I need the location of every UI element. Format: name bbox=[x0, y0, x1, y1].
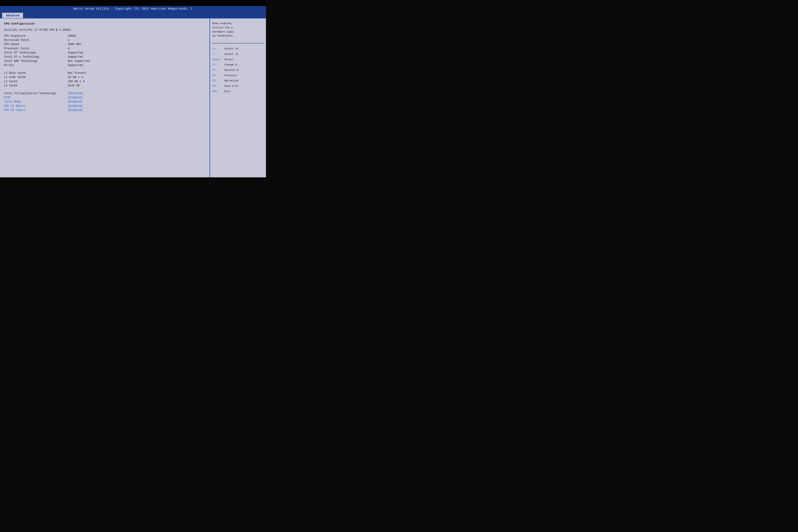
value-l3-cache: 6144 kB bbox=[68, 84, 80, 87]
info-rows: CPU Signature 40661 Microcode Patch e CP… bbox=[4, 34, 206, 67]
desc-select-screen: Select Sc bbox=[225, 46, 239, 52]
top-black-bar bbox=[0, 0, 266, 6]
right-panel: When enabled, utilize the a hardware cap… bbox=[210, 19, 266, 177]
key-row-f2: F2: Previous bbox=[212, 73, 264, 78]
label-eist: EIST bbox=[4, 96, 68, 99]
title-text: Aptio Setup Utility - Copyright (C) 2012… bbox=[73, 7, 193, 11]
label-virt-tech: Intel Virtualization Technology bbox=[4, 92, 68, 95]
key-row-enter: Enter: Select bbox=[212, 57, 264, 62]
desc-select-item: Select It bbox=[225, 52, 239, 57]
key-row-esc: ESC: Exit bbox=[212, 89, 264, 94]
main-content: CPU Configuration Intel(R) Core(TM) i7-4… bbox=[0, 19, 266, 177]
list-item[interactable]: CPU C3 Report [Enabled] bbox=[4, 104, 206, 108]
value-vtx-technology: Supported bbox=[68, 55, 83, 58]
value-cpu-signature: 40661 bbox=[68, 34, 76, 38]
menu-bar: Advanced bbox=[0, 12, 266, 19]
table-row: L2 Cache 256 kB x 4 bbox=[4, 80, 206, 83]
list-item[interactable]: EIST [Enabled] bbox=[4, 96, 206, 99]
key-arrows: ++: bbox=[212, 46, 225, 52]
label-smx-technology: Intel SMX Technology bbox=[4, 59, 68, 63]
key-row-f3: F3: Optimized bbox=[212, 78, 264, 83]
key-row-f1: F1: General H bbox=[212, 68, 264, 73]
label-ht-technology: Intel HT Technology bbox=[4, 51, 68, 54]
table-row: Intel VT-x Technology Supported bbox=[4, 55, 206, 58]
desc-f2: Previous bbox=[225, 73, 237, 78]
value-l1-code-cache: 32 kB x 4 bbox=[68, 76, 83, 79]
desc-change: Change O bbox=[225, 62, 237, 68]
help-divider bbox=[212, 43, 264, 43]
key-enter: Enter: bbox=[212, 57, 225, 62]
list-item[interactable]: Intel Virtualization Technology [Enabled… bbox=[4, 92, 206, 95]
key-f2: F2: bbox=[212, 73, 225, 78]
desc-f4: Save & Ex bbox=[225, 84, 239, 89]
value-microcode-patch: e bbox=[68, 38, 70, 42]
table-row: L1 Data Cache Not Present bbox=[4, 71, 206, 75]
table-row: Processor Cores 4 bbox=[4, 47, 206, 50]
table-row: L3 Cache 6144 kB bbox=[4, 84, 206, 87]
help-description: When enabled, utilize the a hardware cap… bbox=[212, 21, 264, 38]
cache-rows: L1 Data Cache Not Present L1 Code Cache … bbox=[4, 71, 206, 87]
label-processor-cores: Processor Cores bbox=[4, 47, 68, 50]
label-l3-cache: L3 Cache bbox=[4, 84, 68, 87]
left-panel: CPU Configuration Intel(R) Core(TM) i7-4… bbox=[0, 19, 210, 177]
label-cpu-signature: CPU Signature bbox=[4, 34, 68, 38]
help-keys: ++: Select Sc ↑↓: Select It Enter: Selec… bbox=[212, 46, 264, 94]
tab-advanced[interactable]: Advanced bbox=[2, 13, 23, 18]
setting-rows: Intel Virtualization Technology [Enabled… bbox=[4, 92, 206, 112]
spacer-2 bbox=[4, 88, 206, 92]
key-row-select-item: ↑↓: Select It bbox=[212, 52, 264, 57]
value-cpu-c6-report: [Enabled] bbox=[68, 109, 83, 112]
value-ht-technology: Supported bbox=[68, 51, 83, 54]
table-row: Intel SMX Technology Not Supported bbox=[4, 59, 206, 63]
label-turbo-mode: Turbo Mode bbox=[4, 100, 68, 103]
table-row: Intel HT Technology Supported bbox=[4, 51, 206, 54]
key-f4: F4: bbox=[212, 84, 225, 89]
key-row-f4: F4: Save & Ex bbox=[212, 84, 264, 89]
value-64bit: Supported bbox=[68, 64, 83, 67]
table-row: CPU Speed 3600 MHz bbox=[4, 43, 206, 46]
label-cpu-speed: CPU Speed bbox=[4, 43, 68, 46]
label-64bit: 64-bit bbox=[4, 64, 68, 67]
label-l2-cache: L2 Cache bbox=[4, 80, 68, 83]
value-cpu-speed: 3600 MHz bbox=[68, 43, 81, 46]
section-title: CPU Configuration bbox=[4, 22, 206, 25]
bios-screen: Aptio Setup Utility - Copyright (C) 2012… bbox=[0, 0, 266, 177]
title-bar: Aptio Setup Utility - Copyright (C) 2012… bbox=[0, 6, 266, 12]
value-eist: [Enabled] bbox=[68, 96, 83, 99]
value-virt-tech: [Enabled] bbox=[68, 92, 83, 95]
desc-f1: General H bbox=[225, 68, 239, 73]
value-l2-cache: 256 kB x 4 bbox=[68, 80, 84, 83]
key-updown: ↑↓: bbox=[212, 52, 225, 57]
key-row-change: +/-: Change O bbox=[212, 62, 264, 68]
cpu-model: Intel(R) Core(TM) i7-4770R CPU @ 3.20GHz bbox=[4, 28, 206, 32]
value-smx-technology: Not Supported bbox=[68, 59, 90, 63]
label-vtx-technology: Intel VT-x Technology bbox=[4, 55, 68, 58]
table-row: 64-bit Supported bbox=[4, 64, 206, 67]
label-cpu-c3-report: CPU C3 Report bbox=[4, 104, 68, 108]
value-processor-cores: 4 bbox=[68, 47, 70, 50]
spacer-1 bbox=[4, 68, 206, 71]
key-row-select-screen: ++: Select Sc bbox=[212, 46, 264, 52]
value-cpu-c3-report: [Enabled] bbox=[68, 104, 83, 108]
key-f3: F3: bbox=[212, 78, 225, 83]
label-cpu-c6-report: CPU C6 report bbox=[4, 109, 68, 112]
desc-esc: Exit bbox=[225, 89, 231, 94]
desc-enter: Select bbox=[225, 57, 234, 62]
value-l1-data-cache: Not Present bbox=[68, 71, 86, 75]
label-l1-data-cache: L1 Data Cache bbox=[4, 71, 68, 75]
list-item[interactable]: CPU C6 report [Enabled] bbox=[4, 109, 206, 112]
table-row: L1 Code Cache 32 kB x 4 bbox=[4, 76, 206, 79]
value-turbo-mode: [Enabled] bbox=[68, 100, 83, 103]
table-row: Microcode Patch e bbox=[4, 38, 206, 42]
label-microcode-patch: Microcode Patch bbox=[4, 38, 68, 42]
key-esc: ESC: bbox=[212, 89, 225, 94]
key-plusminus: +/-: bbox=[212, 62, 225, 68]
table-row: CPU Signature 40661 bbox=[4, 34, 206, 38]
list-item[interactable]: Turbo Mode [Enabled] bbox=[4, 100, 206, 103]
key-f1: F1: bbox=[212, 68, 225, 73]
desc-f3: Optimized bbox=[225, 78, 239, 83]
label-l1-code-cache: L1 Code Cache bbox=[4, 76, 68, 79]
